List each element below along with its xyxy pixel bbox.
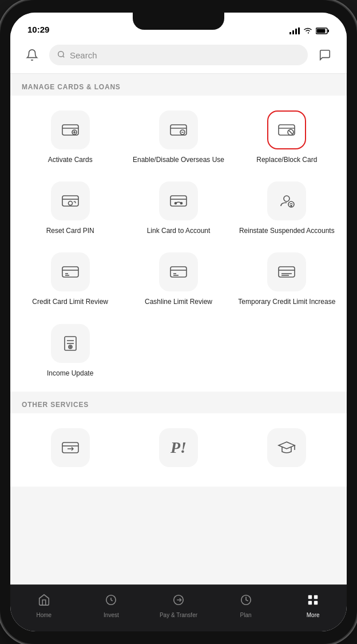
search-bar[interactable]: Search <box>49 45 308 65</box>
cashline-icon <box>168 262 189 282</box>
cashline-label: Cashline Limit Review <box>145 297 212 306</box>
replace-block-icon-box <box>267 110 306 149</box>
reinstate-label: Reinstate Suspended Accounts <box>239 226 335 235</box>
svg-rect-1 <box>292 30 294 34</box>
other-services-grid: P! <box>10 413 347 487</box>
pay-transfer-tab-label: Pay & Transfer <box>160 612 197 618</box>
income-update-icon <box>60 333 81 354</box>
home-tab-label: Home <box>36 612 51 618</box>
svg-rect-3 <box>298 27 300 34</box>
other-service-2-item[interactable]: P! <box>124 419 232 481</box>
temp-credit-icon-box <box>267 252 306 291</box>
replace-block-card-item[interactable]: Replace/Block Card <box>233 101 341 172</box>
reinstate-icon <box>276 191 297 211</box>
activate-cards-icon-box <box>51 110 90 149</box>
enable-disable-icon-box <box>159 110 198 149</box>
home-tab-icon <box>38 594 50 610</box>
reset-pin-icon-box <box>51 181 90 220</box>
income-update-icon-box <box>51 324 90 363</box>
activate-cards-item[interactable]: Activate Cards <box>16 101 124 172</box>
replace-block-label: Replace/Block Card <box>256 155 317 164</box>
svg-point-7 <box>58 51 64 56</box>
tab-plan[interactable]: Plan <box>212 585 280 631</box>
chat-icon[interactable] <box>315 45 335 65</box>
other-service-3-icon-box <box>267 428 306 467</box>
tab-more[interactable]: More <box>279 585 347 631</box>
enable-disable-label: Enable/Disable Overseas Use <box>133 155 224 164</box>
invest-tab-icon <box>105 594 117 610</box>
svg-point-28 <box>180 203 182 204</box>
tab-pay-transfer[interactable]: Pay & Transfer <box>145 585 212 631</box>
link-card-icon <box>168 191 189 211</box>
content-scroll: MANAGE CARDS & LOANS Activate Car <box>10 74 347 584</box>
wifi-icon <box>303 27 312 34</box>
invest-tab-label: Invest <box>104 612 119 618</box>
svg-point-27 <box>174 203 176 204</box>
credit-limit-icon-box <box>51 252 90 291</box>
status-time: 10:29 <box>27 25 49 34</box>
reinstate-suspended-item[interactable]: Reinstate Suspended Accounts <box>233 172 341 243</box>
tab-invest[interactable]: Invest <box>78 585 145 631</box>
header: Search <box>10 38 347 74</box>
income-update-label: Income Update <box>47 369 93 378</box>
plan-tab-icon <box>240 594 252 610</box>
other-service-2-icon-box: P! <box>159 428 198 467</box>
credit-limit-icon <box>60 262 81 282</box>
more-tab-label: More <box>307 612 320 618</box>
other-service-1-item[interactable] <box>16 419 124 481</box>
reset-pin-label: Reset Card PIN <box>46 226 94 235</box>
tab-home[interactable]: Home <box>10 585 78 631</box>
svg-rect-58 <box>308 595 312 599</box>
svg-point-24 <box>68 202 72 206</box>
income-update-item[interactable]: Income Update <box>16 315 124 386</box>
other-services-header: OTHER SERVICES <box>10 392 347 413</box>
enable-disable-icon <box>168 120 189 140</box>
credit-card-limit-item[interactable]: Credit Card Limit Review <box>16 243 124 314</box>
other-service-1-icon-box <box>51 428 90 467</box>
reset-pin-icon <box>60 191 81 211</box>
replace-block-icon <box>276 120 297 140</box>
svg-line-55 <box>111 600 113 601</box>
svg-rect-2 <box>295 29 297 34</box>
svg-rect-6 <box>317 29 326 33</box>
credit-limit-label: Credit Card Limit Review <box>32 297 108 306</box>
search-placeholder: Search <box>70 50 97 60</box>
reinstate-icon-box <box>267 181 306 220</box>
phone-screen: 10:29 <box>10 13 347 631</box>
graduation-icon <box>276 437 297 458</box>
svg-rect-61 <box>314 601 318 605</box>
notch <box>133 13 224 30</box>
phone-frame: 10:29 <box>0 0 357 644</box>
fx-transfer-icon <box>60 437 81 458</box>
temp-credit-limit-item[interactable]: Temporary Credit Limit Increase <box>233 243 341 314</box>
manage-cards-grid: Activate Cards Enable/Disable Overseas U… <box>10 96 347 392</box>
link-card-account-item[interactable]: Link Card to Account <box>124 172 232 243</box>
activate-cards-label: Activate Cards <box>48 155 93 164</box>
svg-rect-59 <box>314 595 318 599</box>
other-service-3-item[interactable] <box>233 419 341 481</box>
svg-point-29 <box>284 196 289 202</box>
svg-point-31 <box>291 206 292 207</box>
cashline-limit-item[interactable]: Cashline Limit Review <box>124 243 232 314</box>
svg-rect-60 <box>308 601 312 605</box>
bell-icon[interactable] <box>22 45 42 65</box>
manage-cards-header: MANAGE CARDS & LOANS <box>10 74 347 96</box>
pay-transfer-tab-icon <box>172 594 185 610</box>
cashline-icon-box <box>159 252 198 291</box>
reset-card-pin-item[interactable]: Reset Card PIN <box>16 172 124 243</box>
svg-rect-5 <box>328 30 329 33</box>
signal-icon <box>289 27 300 34</box>
enable-disable-overseas-item[interactable]: Enable/Disable Overseas Use <box>124 101 232 172</box>
plan-tab-label: Plan <box>240 612 252 618</box>
link-card-label: Link Card to Account <box>147 226 211 235</box>
svg-rect-50 <box>62 442 78 453</box>
svg-line-8 <box>63 56 65 57</box>
more-tab-icon <box>307 594 319 610</box>
svg-rect-32 <box>62 267 78 277</box>
link-card-icon-box <box>159 181 198 220</box>
svg-rect-0 <box>289 32 291 34</box>
search-icon <box>57 50 65 60</box>
temp-credit-label: Temporary Credit Limit Increase <box>238 297 335 306</box>
status-icons <box>289 27 330 34</box>
tab-bar: Home Invest <box>10 584 347 631</box>
